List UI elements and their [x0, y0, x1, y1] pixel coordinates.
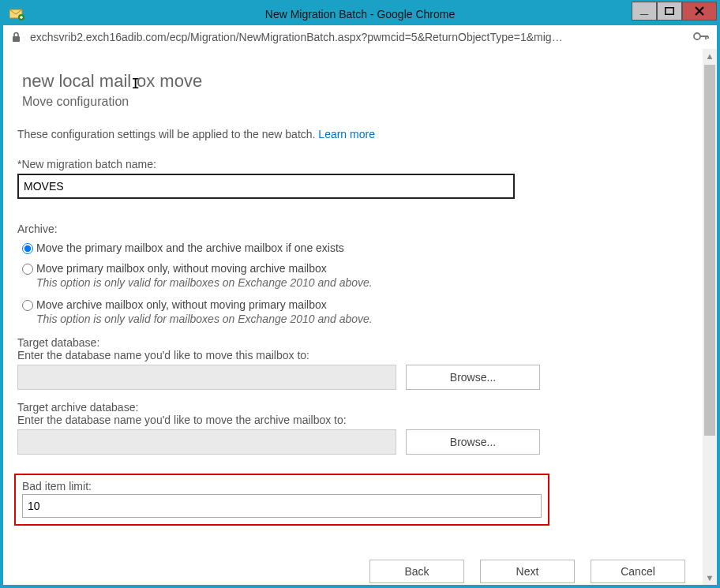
- target-archive-db-hint: Enter the database name you'd like to mo…: [17, 414, 684, 426]
- window-controls: _: [632, 2, 717, 21]
- target-archive-db-input[interactable]: [17, 429, 396, 455]
- radio-label: Move archive mailbox only, without movin…: [36, 298, 327, 311]
- browse-target-archive-db-button[interactable]: Browse...: [406, 429, 540, 455]
- batch-name-label: *New migration batch name:: [17, 158, 684, 170]
- svg-rect-2: [666, 8, 674, 15]
- titlebar: New Migration Batch - Google Chrome _: [3, 3, 717, 25]
- radio-sub-text: This option is only valid for mailboxes …: [36, 276, 684, 289]
- scrollbar[interactable]: ▲ ▼: [703, 49, 717, 585]
- learn-more-link[interactable]: Learn more: [318, 128, 375, 140]
- target-db-input[interactable]: [17, 365, 396, 390]
- radio-archive-only[interactable]: [22, 300, 33, 311]
- page-title: new local mailIox move: [22, 71, 684, 92]
- window-title: New Migration Batch - Google Chrome: [265, 8, 455, 21]
- radio-option-archive-only[interactable]: Move archive mailbox only, without movin…: [22, 298, 684, 311]
- radio-option-primary-only[interactable]: Move primary mailbox only, without movin…: [22, 262, 684, 275]
- close-button[interactable]: [682, 2, 717, 21]
- radio-label: Move the primary mailbox and the archive…: [36, 242, 344, 254]
- next-button[interactable]: Next: [480, 560, 575, 583]
- page-subtitle: Move configuration: [22, 95, 684, 109]
- lock-icon: [11, 32, 22, 43]
- url-text[interactable]: exchsvrib2.exch16adib.com/ecp/Migration/…: [30, 31, 685, 43]
- radio-primary-and-archive[interactable]: [22, 243, 33, 254]
- scroll-down-arrow[interactable]: ▼: [703, 571, 717, 585]
- chrome-window: New Migration Batch - Google Chrome _ ex…: [0, 0, 720, 588]
- bad-item-label: Bad item limit:: [22, 480, 542, 492]
- target-archive-db-block: Target archive database: Enter the datab…: [17, 401, 684, 455]
- radio-primary-only[interactable]: [22, 264, 33, 275]
- back-button[interactable]: Back: [369, 560, 464, 583]
- radio-option-primary-and-archive[interactable]: Move the primary mailbox and the archive…: [22, 242, 684, 254]
- intro-text: These configuration settings will be app…: [17, 128, 684, 140]
- scroll-up-arrow[interactable]: ▲: [703, 49, 717, 63]
- wizard-footer: Back Next Cancel: [369, 560, 685, 585]
- form-content: new local mailIox move Move configuratio…: [3, 49, 703, 585]
- bad-item-limit-input[interactable]: [22, 494, 542, 518]
- target-db-block: Target database: Enter the database name…: [17, 336, 684, 390]
- maximize-button[interactable]: [657, 2, 682, 21]
- radio-sub-text: This option is only valid for mailboxes …: [36, 313, 684, 325]
- svg-rect-3: [13, 36, 20, 42]
- radio-label: Move primary mailbox only, without movin…: [36, 262, 327, 275]
- archive-label: Archive:: [17, 223, 684, 235]
- key-icon[interactable]: [693, 30, 709, 44]
- bad-item-limit-highlight: Bad item limit:: [14, 474, 549, 526]
- target-db-label: Target database:: [17, 336, 684, 349]
- target-db-hint: Enter the database name you'd like to mo…: [17, 349, 684, 361]
- svg-point-4: [694, 33, 700, 39]
- address-bar: exchsvrib2.exch16adib.com/ecp/Migration/…: [3, 25, 717, 49]
- content-area: new local mailIox move Move configuratio…: [3, 49, 717, 585]
- browse-target-db-button[interactable]: Browse...: [406, 365, 540, 390]
- scroll-thumb[interactable]: [704, 65, 715, 436]
- target-archive-db-label: Target archive database:: [17, 401, 684, 414]
- app-icon: [8, 6, 27, 22]
- cancel-button[interactable]: Cancel: [591, 560, 685, 583]
- batch-name-input[interactable]: [17, 174, 515, 199]
- minimize-button[interactable]: _: [632, 2, 657, 21]
